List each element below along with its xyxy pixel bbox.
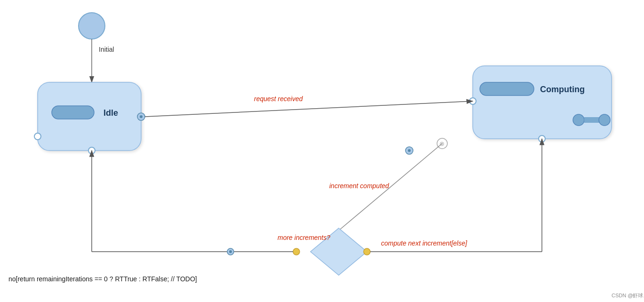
computing-icon-left (573, 114, 584, 126)
idle-state-icon (52, 106, 94, 119)
computing-state-icon (480, 82, 534, 95)
computing-state-bg[interactable] (473, 66, 612, 139)
watermark: CSDN @虾球.xz (612, 293, 644, 298)
decision-right-connector (364, 248, 370, 255)
computing-label: Computing (540, 85, 585, 94)
initial-label: Initial (99, 46, 114, 53)
t1-arrow (145, 101, 473, 117)
computing-icon-right (599, 114, 610, 126)
bottom-label: no[return remainingIterations == 0 ? RTT… (8, 275, 197, 283)
t2-start-dot (408, 149, 411, 152)
t1-start-dot (140, 115, 143, 118)
t1-label: request received (254, 95, 303, 103)
t2-label: increment computed (329, 182, 390, 190)
idle-label: Idle (103, 108, 118, 118)
t3-mid-dot (229, 250, 232, 253)
decision-label: more increments? (278, 234, 330, 241)
t4-label: compute next increment[else] (381, 239, 468, 247)
decision-left-connector (293, 248, 300, 255)
diagram-container: Initial Idle Computing ⊗ (0, 0, 644, 302)
idle-left-connector (34, 133, 41, 140)
initial-state (79, 13, 105, 39)
